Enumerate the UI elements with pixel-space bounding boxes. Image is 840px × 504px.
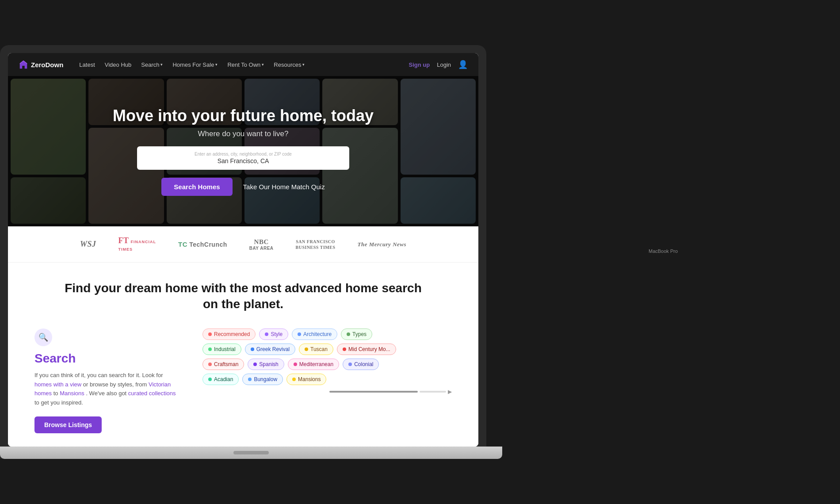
tag-dot <box>253 363 257 366</box>
tag-dot <box>294 363 297 366</box>
tag-dot <box>343 347 346 351</box>
homes-with-view-link[interactable]: homes with a view <box>34 381 81 388</box>
tag-label: Architecture <box>303 331 332 337</box>
scroll-right-arrow[interactable]: ▶ <box>448 389 452 395</box>
tag-dot <box>208 347 212 351</box>
tag-label: Colonial <box>354 361 373 367</box>
nav-video-hub[interactable]: Video Hub <box>101 59 135 71</box>
nav-rent-to-own[interactable]: Rent To Own▾ <box>224 59 267 71</box>
nav-homes-for-sale[interactable]: Homes For Sale▾ <box>169 59 221 71</box>
filter-tag-mediterranean[interactable]: Mediterranean <box>288 359 339 370</box>
quiz-button[interactable]: Take Our Home Match Quiz <box>243 183 325 191</box>
nav-latest[interactable]: Latest <box>76 59 98 71</box>
search-placeholder: Enter an address, city, neighborhood, or… <box>144 152 342 157</box>
feature-desc-text-2: or browse by styles, from <box>83 381 149 388</box>
features-left: 🔍 Search If you can think of it, you can… <box>34 328 176 433</box>
features-headline: Find your dream home with the most advan… <box>34 280 452 313</box>
press-logo-wsj: WSJ <box>80 240 96 249</box>
tag-dot <box>348 363 352 366</box>
filter-tag-industrial[interactable]: Industrial <box>202 344 241 355</box>
feature-desc-text-3: to <box>53 390 60 397</box>
press-logo-ft: FT FINANCIALTIMES <box>118 236 157 252</box>
filter-tag-spanish[interactable]: Spanish <box>248 359 284 370</box>
hero-content: Move into your future home, today Where … <box>8 107 478 196</box>
nav-logo[interactable]: ZeroDown <box>19 60 63 69</box>
feature-desc: If you can think of it, you can search f… <box>34 371 176 408</box>
features-section: Find your dream home with the most advan… <box>8 263 478 447</box>
laptop-screen: ZeroDown Latest Video Hub Search▾ Homes … <box>8 53 478 447</box>
scroll-indicator: ▶ <box>202 389 452 395</box>
press-logo-sfbt: SAN FRANCISCOBUSINESS TIMES <box>296 239 336 250</box>
tag-dot <box>305 347 308 351</box>
navbar: ZeroDown Latest Video Hub Search▾ Homes … <box>8 53 478 76</box>
filter-tag-tuscan[interactable]: Tuscan <box>299 344 333 355</box>
search-homes-button[interactable]: Search Homes <box>161 178 232 196</box>
tag-dot <box>251 347 254 351</box>
search-value: San Francisco, CA <box>144 157 342 164</box>
tag-label: Recommended <box>214 331 250 337</box>
filter-tag-greek-revival[interactable]: Greek Revival <box>245 344 295 355</box>
filter-tag-mid-century[interactable]: Mid Century Mo... <box>337 344 396 355</box>
tag-label: Mediterranean <box>299 361 333 367</box>
filter-tag-architecture[interactable]: Architecture <box>292 328 337 340</box>
nav-links: Latest Video Hub Search▾ Homes For Sale▾… <box>76 59 308 71</box>
filter-tag-bungalow[interactable]: Bungalow <box>242 374 283 385</box>
search-icon: 🔍 <box>38 332 48 342</box>
laptop-base <box>0 447 502 459</box>
tag-dot <box>347 332 350 336</box>
filter-tag-acadian[interactable]: Acadian <box>202 374 239 385</box>
mansions-link[interactable]: Mansions <box>60 390 84 397</box>
laptop-frame: ZeroDown Latest Video Hub Search▾ Homes … <box>0 45 486 459</box>
filter-row-1: Recommended Style Architecture Type <box>202 328 452 340</box>
hero-search-bar[interactable]: Enter an address, city, neighborhood, or… <box>137 146 349 170</box>
tag-dot <box>292 378 296 381</box>
tag-label: Spanish <box>259 361 278 367</box>
nav-search[interactable]: Search▾ <box>137 59 166 71</box>
filter-tag-style[interactable]: Style <box>259 328 288 340</box>
nav-signup[interactable]: Sign up <box>409 61 430 68</box>
press-logo-mercury: The Mercury News <box>357 241 406 248</box>
nav-resources[interactable]: Resources▾ <box>270 59 308 71</box>
press-logo-nbc: NBCBAY AREA <box>249 238 274 251</box>
tag-label: Acadian <box>214 376 233 382</box>
search-icon-circle: 🔍 <box>34 328 52 346</box>
hero-title: Move into your future home, today <box>17 107 470 125</box>
scroll-bar <box>329 391 418 393</box>
filter-tag-mansions[interactable]: Mansions <box>286 374 326 385</box>
feature-desc-text-4: . We've also got <box>86 390 128 397</box>
tag-label: Bungalow <box>254 376 277 382</box>
hero-buttons: Search Homes Take Our Home Match Quiz <box>17 178 470 196</box>
tag-label: Greek Revival <box>256 346 290 352</box>
features-right: Recommended Style Architecture Type <box>202 328 452 395</box>
tag-dot <box>208 332 212 336</box>
nav-right: Sign up Login 👤 <box>409 60 468 69</box>
tag-dot <box>265 332 268 336</box>
user-icon[interactable]: 👤 <box>458 60 468 69</box>
filter-tag-colonial[interactable]: Colonial <box>343 359 379 370</box>
logo-text: ZeroDown <box>31 61 63 69</box>
press-logo-techcrunch: TC TechCrunch <box>178 241 227 248</box>
filter-row-3: Craftsman Spanish Mediterranean Col <box>202 359 452 370</box>
filter-row-2: Industrial Greek Revival Tuscan Mid <box>202 344 452 355</box>
filter-row-4: Acadian Bungalow Mansions <box>202 374 452 385</box>
nav-login[interactable]: Login <box>437 61 451 68</box>
scroll-bar <box>420 391 446 393</box>
tag-label: Mid Century Mo... <box>348 346 390 352</box>
browse-listings-button[interactable]: Browse Listings <box>34 416 102 433</box>
macbook-label: MacBook Pro <box>486 247 840 257</box>
logo-icon <box>19 60 28 69</box>
tag-dot <box>208 378 212 381</box>
laptop-notch <box>233 451 269 454</box>
filter-tag-craftsman[interactable]: Craftsman <box>202 359 244 370</box>
tag-label: Types <box>352 331 367 337</box>
tag-label: Tuscan <box>310 346 328 352</box>
filter-tag-types[interactable]: Types <box>341 328 372 340</box>
press-section: WSJ FT FINANCIALTIMES TC TechCrunch NBCB… <box>8 226 478 263</box>
feature-title: Search <box>34 351 176 366</box>
tag-label: Mansions <box>298 376 321 382</box>
filter-tag-recommended[interactable]: Recommended <box>202 328 256 340</box>
hero-subtitle: Where do you want to live? <box>17 130 470 138</box>
curated-collections-link[interactable]: curated collections <box>128 390 176 397</box>
tag-dot <box>248 378 252 381</box>
tag-label: Style <box>271 331 283 337</box>
